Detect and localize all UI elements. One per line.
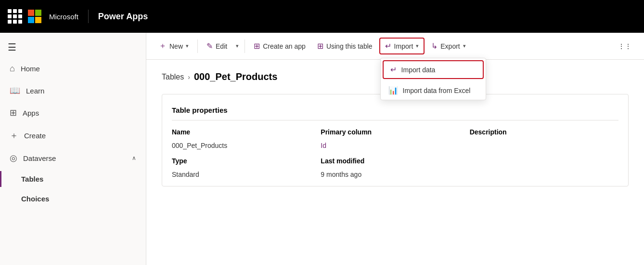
toolbar-divider-1 [197, 40, 198, 53]
sidebar: ☰ ⌂ Home 📖 Learn ⊞ Apps ＋ Create ◎ Datav… [0, 33, 146, 265]
more-icon: ⋮⋮ [618, 42, 631, 50]
new-button[interactable]: ＋ New ▾ [154, 38, 193, 54]
create-app-button[interactable]: ⊞ Create an app [249, 39, 310, 53]
description-value [470, 140, 618, 149]
sidebar-choices-label: Choices [21, 195, 49, 203]
export-icon: ↳ [431, 41, 438, 51]
sidebar-home-label: Home [21, 65, 40, 73]
using-table-button[interactable]: ⊞ Using this table [312, 39, 377, 53]
table-props-title: Table properties [172, 102, 618, 120]
app-name: Power Apps [98, 12, 148, 22]
breadcrumb-link[interactable]: Tables [162, 73, 184, 81]
dataverse-icon: ◎ [10, 153, 17, 163]
type-value: Standard [172, 169, 321, 178]
sidebar-item-tables[interactable]: Tables [0, 169, 146, 189]
microsoft-logo [28, 10, 41, 23]
learn-icon: 📖 [10, 85, 20, 96]
export-button[interactable]: ↳ Export ▾ [426, 39, 470, 53]
toolbar: ＋ New ▾ ✎ Edit ▾ ⊞ Create an app ⊞ Using… [146, 33, 644, 60]
sidebar-item-create[interactable]: ＋ Create [0, 124, 146, 147]
waffle-icon[interactable] [8, 9, 22, 24]
export-chevron-icon: ▾ [463, 43, 466, 49]
breadcrumb-current: 000_Pet_Products [194, 71, 277, 82]
sidebar-item-apps[interactable]: ⊞ Apps [0, 102, 146, 124]
import-excel-icon: 📊 [388, 86, 398, 95]
new-label: New [169, 42, 183, 50]
table-props-grid: Name Primary column Description 000_Pet_… [172, 128, 618, 178]
primary-column-header: Primary column [321, 128, 469, 140]
using-table-label: Using this table [326, 42, 373, 50]
sidebar-apps-label: Apps [23, 109, 39, 117]
sidebar-item-dataverse[interactable]: ◎ Dataverse ∧ [0, 147, 146, 169]
import-chevron-icon: ▾ [416, 43, 419, 49]
main-layout: ☰ ⌂ Home 📖 Learn ⊞ Apps ＋ Create ◎ Datav… [0, 33, 644, 265]
name-value: 000_Pet_Products [172, 140, 321, 149]
name-header: Name [172, 128, 321, 140]
create-app-icon: ⊞ [254, 41, 260, 51]
more-options-button[interactable]: ⋮⋮ [613, 40, 636, 53]
home-icon: ⌂ [10, 64, 15, 74]
import-dropdown: ↵ Import data 📊 Import data from Excel [380, 58, 486, 100]
toolbar-divider-2 [245, 40, 245, 53]
sidebar-create-label: Create [24, 132, 46, 140]
import-button[interactable]: ↵ Import ▾ ↵ Import data 📊 Import data f… [379, 38, 425, 54]
import-data-icon: ↵ [390, 65, 397, 74]
last-modified-header: Last modified [321, 149, 469, 169]
new-chevron-icon: ▾ [186, 43, 189, 49]
type-header: Type [172, 149, 321, 169]
import-icon: ↵ [385, 41, 391, 51]
import-excel-label: Import data from Excel [403, 87, 471, 94]
import-excel-item[interactable]: 📊 Import data from Excel [381, 81, 486, 100]
export-label: Export [440, 42, 460, 50]
create-app-label: Create an app [263, 42, 306, 50]
microsoft-brand: Microsoft [49, 13, 78, 21]
chevron-up-icon: ∧ [132, 155, 136, 161]
description-header: Description [470, 128, 618, 140]
sidebar-tables-label: Tables [21, 175, 43, 183]
topbar: Microsoft Power Apps [0, 0, 644, 33]
sidebar-dataverse-label: Dataverse [23, 154, 56, 162]
sidebar-item-choices[interactable]: Choices [0, 189, 146, 209]
edit-icon: ✎ [206, 41, 213, 51]
apps-icon: ⊞ [10, 107, 17, 118]
breadcrumb-separator: › [188, 73, 190, 81]
edit-chevron-icon[interactable]: ▾ [234, 43, 241, 49]
edit-label: Edit [216, 42, 227, 50]
create-icon: ＋ [10, 130, 18, 141]
import-label: Import [394, 42, 413, 50]
table-properties-card: Table properties Name Primary column Des… [162, 94, 629, 186]
import-data-item[interactable]: ↵ Import data [383, 60, 484, 79]
main-panel: ＋ New ▾ ✎ Edit ▾ ⊞ Create an app ⊞ Using… [146, 33, 644, 265]
import-data-label: Import data [401, 66, 436, 74]
sidebar-item-home[interactable]: ⌂ Home [0, 58, 146, 80]
topbar-divider [88, 10, 89, 23]
edit-button[interactable]: ✎ Edit [202, 39, 232, 53]
last-modified-value: 9 months ago [321, 169, 469, 178]
sidebar-item-learn[interactable]: 📖 Learn [0, 80, 146, 102]
sidebar-learn-label: Learn [26, 87, 44, 95]
plus-icon: ＋ [159, 41, 167, 51]
sidebar-toggle[interactable]: ☰ [0, 37, 146, 58]
hamburger-icon: ☰ [8, 42, 16, 53]
primary-value: Id [321, 140, 469, 149]
using-table-icon: ⊞ [317, 41, 323, 51]
